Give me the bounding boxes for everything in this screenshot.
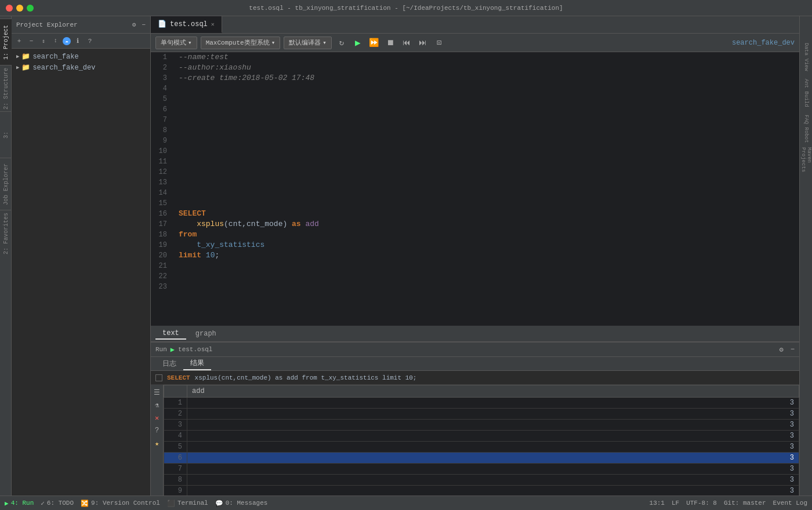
remove-btn[interactable]: − [26, 36, 37, 46]
help-btn[interactable]: ? [85, 36, 95, 46]
status-position: 13:1 [650, 500, 665, 507]
status-todo[interactable]: ✓ 6: TODO [41, 500, 74, 507]
project-toolbar: + − ⇕ ↕ ☁ ℹ ? [12, 34, 150, 49]
minus-icon[interactable]: − [791, 345, 795, 354]
run-icon[interactable]: ▶ [171, 345, 175, 354]
tab-job[interactable]: Job Explorer [0, 158, 12, 210]
run-panel-left-icons: ☰ ⚗ ✕ ? ★ [151, 385, 164, 496]
type-btn[interactable]: MaxCompute类型系统 ▾ [201, 37, 281, 49]
search-dev-label[interactable]: search_fake_dev [732, 39, 795, 47]
table-row: 13 [164, 398, 799, 409]
code-editor[interactable]: 12345 678910 1112131415 1617181920 21222… [151, 52, 799, 326]
right-sidebar: Data View Ant Build FAQ Robot Maven Proj… [799, 16, 812, 496]
list-icon[interactable]: ☰ [152, 387, 162, 398]
folder-icon: 📁 [21, 63, 30, 72]
sql-text: xsplus(cnt,cnt_mode) as add from t_xy_st… [195, 374, 417, 381]
settings-icon[interactable]: ⚙ [132, 21, 136, 28]
status-vcs[interactable]: 🔀 9: Version Control [81, 500, 160, 507]
row-num-cell: 2 [164, 409, 187, 420]
window-title: test.osql - tb_xinyong_stratification - … [249, 5, 563, 12]
dropdown-icon: ▾ [271, 39, 276, 46]
window-controls[interactable] [6, 5, 34, 12]
run-panel-header: Run ▶ test.osql ⚙ − [151, 343, 799, 357]
collapse-icon[interactable]: − [142, 21, 146, 28]
add-btn[interactable]: + [14, 36, 24, 46]
maximize-button[interactable] [27, 5, 34, 12]
sql-checkbox[interactable] [155, 374, 162, 381]
mode-btn[interactable]: 单句模式 ▾ [155, 37, 197, 49]
run-tab-results[interactable]: 结果 [183, 357, 211, 370]
results-table-container[interactable]: ☰ ⚗ ✕ ? ★ add [151, 385, 799, 496]
row-num-cell: 1 [164, 398, 187, 409]
run-label: 4: Run [11, 500, 34, 507]
close-button[interactable] [6, 5, 13, 12]
project-header: Project Explorer ⚙ − [12, 16, 150, 34]
tab-test-osql[interactable]: 📄 test.osql ✕ [151, 16, 222, 33]
results-table: add 132333435363738393103 [164, 385, 799, 496]
right-tab-maven[interactable]: Maven Projects [800, 147, 812, 182]
add-col-header[interactable]: add [187, 385, 799, 398]
table-row: 63 [164, 453, 799, 464]
table-row: 23 [164, 409, 799, 420]
tab-close-btn[interactable]: ✕ [211, 21, 215, 28]
info-btn[interactable]: ℹ [72, 36, 83, 46]
help-icon[interactable]: ? [152, 425, 162, 436]
tab-favorites[interactable]: 2: Favorites [0, 210, 12, 256]
prev-btn[interactable]: ⏮ [400, 37, 413, 49]
sync-btn[interactable]: ☁ [63, 37, 71, 45]
run-indicator: Run [155, 346, 167, 353]
dropdown-icon: ▾ [188, 39, 192, 46]
status-run[interactable]: ▶ 4: Run [5, 500, 34, 507]
tree-item-search-fake[interactable]: ▶ 📁 search_fake [12, 51, 150, 62]
status-terminal[interactable]: ⬛ Terminal [167, 500, 208, 507]
tab-project[interactable]: 1: Project [0, 19, 12, 65]
run-tab-log[interactable]: 日志 [155, 358, 183, 370]
stop-btn[interactable]: ⏹ [384, 37, 397, 49]
results-tab-graph[interactable]: graph [188, 329, 223, 339]
status-messages[interactable]: 💬 0: Messages [215, 500, 268, 507]
filter-icon[interactable]: ⚗ [152, 400, 162, 410]
row-value-cell: 3 [187, 453, 799, 464]
tree-item-label: search_fake_dev [32, 64, 95, 72]
minimize-button[interactable] [16, 5, 23, 12]
status-git[interactable]: Git: master [724, 500, 766, 507]
arrow-icon: ▶ [16, 53, 19, 60]
settings-icon[interactable]: ⚙ [780, 345, 784, 354]
project-panel: Project Explorer ⚙ − + − ⇕ ↕ ☁ ℹ ? ▶ 📁 s… [12, 16, 151, 496]
vcs-icon: 🔀 [81, 500, 89, 507]
expand-all-btn[interactable]: ⇕ [38, 36, 49, 46]
collapse-all-btn[interactable]: ↕ [50, 36, 61, 46]
row-value-cell: 3 [187, 398, 799, 409]
run-file-label: test.osql [178, 346, 212, 353]
row-value-cell: 3 [187, 475, 799, 486]
close-icon[interactable]: ✕ [152, 413, 162, 423]
row-num-cell: 3 [164, 420, 187, 431]
editor-toolbar: 单句模式 ▾ MaxCompute类型系统 ▾ 默认编译器 ▾ ↻ ▶ ⏩ ⏹ … [151, 34, 799, 52]
code-content[interactable]: --name:test --author:xiaoshu --create ti… [174, 52, 799, 326]
row-value-cell: 3 [187, 420, 799, 431]
results-tab-text[interactable]: text [155, 328, 186, 340]
row-num-cell: 9 [164, 486, 187, 496]
right-tab-ant-build[interactable]: Ant Build [800, 75, 812, 110]
extra-btn[interactable]: ⊡ [433, 37, 445, 49]
translator-btn[interactable]: 默认编译器 ▾ [284, 37, 332, 49]
run-btn[interactable]: ▶ [351, 37, 364, 49]
status-event-log[interactable]: Event Log [773, 500, 807, 507]
star-icon[interactable]: ★ [152, 438, 162, 449]
table-row: 83 [164, 475, 799, 486]
tab-extra[interactable]: 3: [0, 111, 12, 158]
vcs-label: 9: Version Control [91, 500, 160, 507]
translator-label: 默认编译器 [289, 38, 321, 47]
refresh-btn[interactable]: ↻ [335, 37, 348, 49]
row-num-header [164, 385, 187, 398]
next-btn[interactable]: ⏭ [416, 37, 429, 49]
right-tab-data-view[interactable]: Data View [800, 39, 812, 74]
run-all-btn[interactable]: ⏩ [368, 37, 380, 49]
right-tab-faq-robot[interactable]: FAQ Robot [800, 111, 812, 146]
tab-structure[interactable]: 2: Structure [0, 65, 12, 111]
position-label: 13:1 [650, 500, 665, 507]
tree-item-search-fake-dev[interactable]: ▶ 📁 search_fake_dev [12, 62, 150, 73]
dropdown-icon: ▾ [322, 39, 327, 46]
editor-area: 📄 test.osql ✕ 单句模式 ▾ MaxCompute类型系统 ▾ 默认… [151, 16, 799, 496]
tab-icon: 📄 [158, 20, 166, 28]
